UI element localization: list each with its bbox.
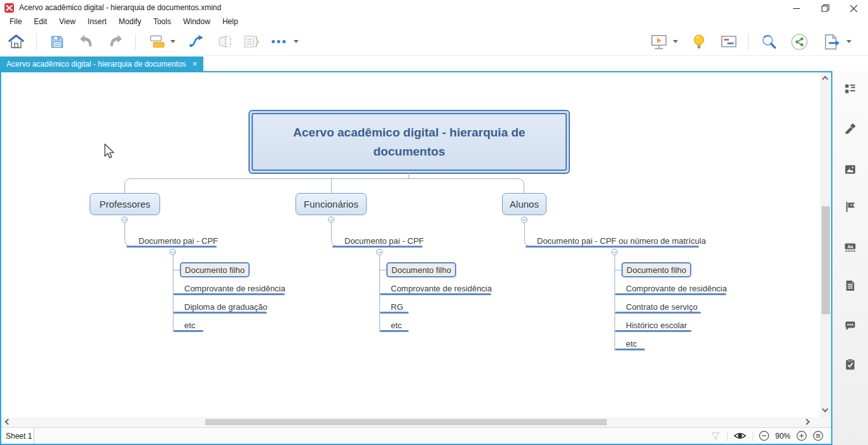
- tab-strip: Acervo acadêmico digital - hierarquia de…: [0, 56, 868, 71]
- presentation-dropdown-caret[interactable]: [673, 40, 678, 43]
- connector-line: [331, 178, 332, 193]
- child-topic-boxed[interactable]: Documento filho: [621, 262, 691, 277]
- subtopic-label[interactable]: Documento pai - CPF: [344, 236, 424, 246]
- export-dropdown-caret[interactable]: [846, 40, 851, 43]
- main-topic[interactable]: Funcionários: [295, 193, 367, 215]
- home-icon[interactable]: [8, 33, 25, 50]
- child-topic-label[interactable]: RG: [391, 302, 403, 312]
- child-topic-label[interactable]: Contrato de serviço: [626, 302, 698, 312]
- menu-edit[interactable]: Edit: [28, 16, 53, 27]
- child-topic-label[interactable]: Diploma de graduação: [184, 302, 268, 312]
- main-toolbar: [0, 28, 868, 56]
- collapse-icon[interactable]: [376, 249, 383, 255]
- toolbar-separator: [135, 34, 136, 50]
- comments-icon[interactable]: [844, 320, 857, 333]
- connector-line: [524, 223, 532, 246]
- image-icon[interactable]: [844, 163, 857, 176]
- collapse-icon[interactable]: [328, 216, 334, 223]
- summary-icon[interactable]: [243, 33, 260, 50]
- scroll-left-icon[interactable]: [5, 419, 11, 425]
- visibility-eye-icon[interactable]: [733, 429, 747, 442]
- menu-window[interactable]: Window: [177, 16, 217, 27]
- share-icon[interactable]: [790, 33, 808, 51]
- menu-insert[interactable]: Insert: [82, 16, 113, 27]
- tab-close-icon[interactable]: ×: [193, 60, 198, 68]
- relationship-icon[interactable]: [188, 33, 205, 50]
- toolbar-separator: [748, 34, 749, 50]
- status-separator: [727, 431, 728, 441]
- central-topic-selected[interactable]: Acervo acadêmico digital - hierarquia de…: [248, 110, 570, 174]
- save-icon[interactable]: [50, 34, 65, 50]
- scroll-down-icon[interactable]: [822, 406, 829, 413]
- menu-help[interactable]: Help: [217, 16, 245, 27]
- child-topic-underline: [615, 330, 691, 332]
- export-icon[interactable]: [822, 33, 840, 51]
- menu-tools[interactable]: Tools: [147, 16, 177, 27]
- collapse-icon[interactable]: [611, 249, 618, 255]
- redo-icon[interactable]: [108, 34, 124, 50]
- topic-shape-dropdown-caret[interactable]: [170, 40, 175, 43]
- collapse-icon[interactable]: [170, 249, 176, 255]
- zoom-out-icon[interactable]: [759, 430, 770, 441]
- subtopic-label[interactable]: Documento pai - CPF: [139, 236, 218, 246]
- idea-lightbulb-icon[interactable]: [691, 34, 707, 50]
- undo-icon[interactable]: [78, 34, 94, 50]
- main-topic-label: Alunos: [510, 199, 539, 209]
- connector-line: [125, 178, 524, 193]
- zoom-in-icon[interactable]: [796, 430, 807, 441]
- child-topic-label[interactable]: etc: [391, 321, 402, 330]
- child-topic-label: Documento filho: [391, 265, 451, 275]
- child-topic-label: Documento filho: [185, 265, 245, 275]
- horizontal-scrollbar[interactable]: [1, 417, 831, 427]
- child-topic-label[interactable]: Comprovante de residência: [626, 284, 727, 293]
- zoom-options-icon[interactable]: [813, 430, 824, 441]
- topic-shape-icon[interactable]: [149, 33, 166, 50]
- close-button[interactable]: [839, 0, 868, 17]
- child-topic-label[interactable]: Comprovante de residência: [184, 284, 285, 293]
- minimize-button[interactable]: [782, 0, 811, 17]
- more-tools-icon[interactable]: [270, 33, 287, 50]
- document-tab[interactable]: Acervo acadêmico digital - hierarquia de…: [0, 56, 203, 71]
- child-topic-label[interactable]: Histórico escolar: [626, 321, 687, 330]
- collapse-icon[interactable]: [121, 216, 128, 223]
- search-icon[interactable]: [760, 33, 778, 51]
- presentation-icon[interactable]: [650, 33, 668, 51]
- scroll-right-icon[interactable]: [804, 419, 810, 425]
- child-topic-label[interactable]: etc: [626, 339, 637, 349]
- label-icon[interactable]: Aa: [844, 241, 857, 253]
- window-controls: [782, 0, 868, 17]
- vertical-scrollbar[interactable]: [820, 72, 831, 417]
- filter-icon[interactable]: [710, 430, 721, 442]
- marker-flag-icon[interactable]: [844, 201, 857, 213]
- properties-icon[interactable]: [844, 83, 857, 95]
- boundary-icon[interactable]: [216, 33, 233, 50]
- sheet-tab[interactable]: Sheet 1: [1, 428, 34, 444]
- mindmap-canvas[interactable]: Acervo acadêmico digital - hierarquia de…: [1, 72, 831, 417]
- slide-show-icon[interactable]: [720, 33, 738, 51]
- more-tools-dropdown-caret[interactable]: [294, 40, 299, 43]
- connector-line: [125, 223, 132, 246]
- task-info-icon[interactable]: [844, 358, 857, 371]
- child-topic-boxed[interactable]: Documento filho: [180, 262, 250, 277]
- menu-view[interactable]: View: [53, 16, 82, 27]
- child-topic-label[interactable]: etc: [184, 321, 195, 330]
- vertical-scrollbar-thumb[interactable]: [822, 206, 830, 314]
- restore-button[interactable]: [811, 0, 839, 17]
- collapse-icon[interactable]: [521, 216, 527, 223]
- child-topic-label[interactable]: Comprovante de residência: [391, 284, 492, 293]
- menu-modify[interactable]: Modify: [113, 16, 147, 27]
- toolbar-right-group: [650, 33, 851, 51]
- main-topic[interactable]: Alunos: [502, 193, 546, 215]
- central-topic-label: Acervo acadêmico digital - hierarquia de…: [252, 113, 567, 171]
- status-bar: Sheet 1 90%: [1, 427, 831, 444]
- connector-line: [614, 270, 621, 270]
- subtopic-label[interactable]: Documento pai - CPF ou número de matrícu…: [537, 236, 706, 246]
- notes-icon[interactable]: [844, 279, 857, 292]
- style-brush-icon[interactable]: [844, 123, 857, 136]
- child-topic-boxed[interactable]: Documento filho: [386, 262, 456, 277]
- xmind-logo-icon: [4, 3, 14, 13]
- menu-file[interactable]: File: [4, 16, 28, 27]
- scroll-up-icon[interactable]: [822, 76, 829, 83]
- horizontal-scrollbar-thumb[interactable]: [205, 419, 607, 425]
- main-topic[interactable]: Professores: [90, 193, 160, 215]
